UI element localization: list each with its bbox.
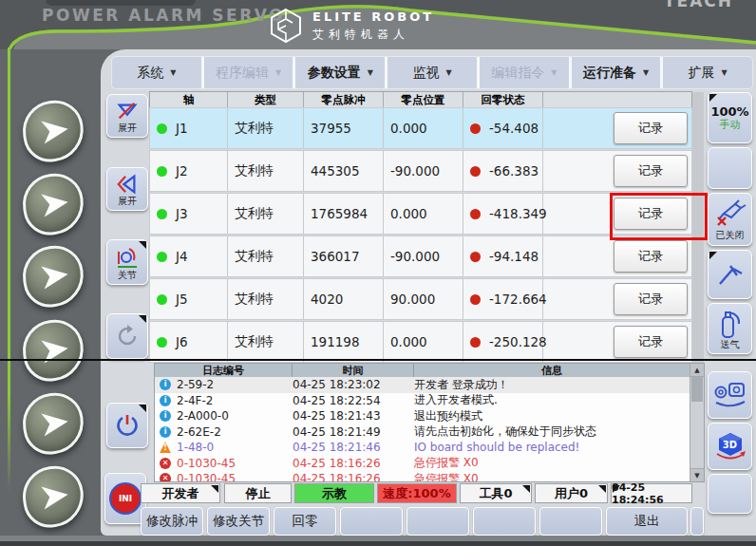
log-time: 04-25 18:23:02 (293, 378, 414, 391)
user-frame-label: 用户0 (555, 485, 588, 502)
teach-pendant: POWER ALARM SERVO TEACH ELITE ROBOT 艾利特机… (0, 0, 756, 546)
blank-function-button[interactable] (690, 507, 704, 536)
scroll-thumb[interactable] (691, 377, 703, 402)
brand-name-cn: 艾利特机器人 (312, 28, 434, 42)
menu-item-monitor[interactable]: 监视▼ (387, 57, 477, 88)
log-row[interactable]: i2-59-204-25 18:23:02开发者 登录成功！ (155, 377, 690, 393)
header-position: 零点位置 (384, 92, 463, 107)
type-cell: 艾利特 (228, 322, 304, 362)
menu-bar: 系统▼ 程序编辑▼ 参数设置▼ 监视▼ 编辑指令▼ 运行准备▼ 扩展▼ (112, 57, 752, 88)
blank-function-button[interactable] (340, 507, 403, 536)
joint-mode-button[interactable]: 关节 (106, 239, 148, 285)
log-row[interactable]: !1-48-004-25 18:21:46IO board should be … (155, 440, 690, 456)
menu-item-program-edit: 程序编辑▼ (204, 57, 293, 88)
blank-function-button[interactable] (406, 507, 469, 536)
status-cell: -54.408 (463, 108, 543, 148)
servo-ok-dot (157, 209, 167, 219)
info-icon: i (160, 395, 171, 406)
record-cell: 记录 (543, 108, 691, 148)
modify-pulse-button[interactable]: 修改脉冲 (141, 507, 203, 536)
header-status: 回零状态 (463, 92, 543, 107)
log-id: 2-4F-2 (177, 394, 293, 407)
user-frame-field[interactable]: 用户0 (535, 483, 608, 503)
power-button[interactable] (106, 403, 148, 448)
torch-button[interactable] (708, 250, 752, 299)
table-row[interactable]: J4 艾利特 366017 -90.000 -94.148 记录 (150, 236, 691, 276)
expand-down-icon (115, 100, 140, 122)
log-row[interactable]: ✕0-1030-4504-25 18:16:26急停报警 X0 (155, 471, 690, 481)
menu-item-extend[interactable]: 扩展▼ (663, 57, 752, 88)
table-row[interactable]: J5 艾利特 4020 90.000 -172.664 记录 (150, 279, 691, 319)
log-row[interactable]: i2-A000-004-25 18:21:43退出预约模式 (155, 408, 690, 424)
header-axis: 轴 (150, 92, 228, 107)
view3d-button[interactable]: 3D (708, 423, 752, 470)
tool-field[interactable]: 工具0 (460, 483, 532, 503)
log-row[interactable]: i2-62E-204-25 18:21:49请先点击初始化，确保处于同步状态 (155, 424, 690, 441)
corner-mark-icon (522, 485, 530, 493)
record-button[interactable]: 记录 (614, 326, 688, 358)
status-value: -250.128 (489, 334, 547, 349)
corner-mark-icon (709, 252, 717, 259)
gas-button[interactable]: 送气 (708, 303, 752, 354)
log-scrollbar[interactable]: ▲ ▼ (690, 364, 704, 481)
menu-item-run-prepare[interactable]: 运行准备▼ (572, 57, 661, 88)
blank-function-button[interactable] (539, 507, 602, 536)
alarm-dot (470, 252, 481, 262)
tracking-button[interactable] (708, 371, 752, 419)
alarm-dot (470, 166, 481, 177)
info-icon: i (160, 379, 171, 390)
table-row[interactable]: J6 艾利特 191198 0.000 -250.128 记录 (150, 322, 691, 362)
modify-joint-button[interactable]: 修改关节 (207, 507, 270, 536)
record-cell: 记录 (543, 236, 691, 276)
chevron-down-icon: ▼ (368, 68, 373, 77)
log-row[interactable]: i2-4F-204-25 18:22:54进入开发者模式. (155, 393, 690, 409)
alarm-dot (470, 209, 481, 219)
power-icon (114, 412, 141, 439)
speed-mode-button[interactable]: 100% 手动 (708, 92, 752, 143)
log-id: 2-62E-2 (177, 425, 293, 439)
record-button[interactable]: 记录 (614, 283, 688, 315)
log-header-time: 时间 (293, 364, 414, 377)
record-button[interactable]: 记录 (614, 112, 688, 144)
expand-down-button[interactable]: 展开 (106, 94, 148, 138)
arrow-icon (26, 396, 82, 452)
axis-cell: J6 (150, 322, 228, 362)
home-button[interactable]: 回零 (274, 507, 336, 536)
record-button[interactable]: 记录 (614, 155, 688, 187)
record-cell: 记录 (543, 279, 691, 319)
info-icon: i (160, 426, 171, 438)
type-cell: 艾利特 (228, 236, 304, 276)
error-icon: ✕ (160, 473, 171, 481)
seam-tracking-icon (713, 380, 747, 410)
table-row[interactable]: J2 艾利特 445305 -90.000 -66.383 记录 (150, 151, 691, 191)
speed-field[interactable]: 速度:100% (377, 483, 457, 503)
scroll-up-button[interactable]: ▲ (690, 364, 704, 377)
log-time: 04-25 18:21:49 (293, 425, 414, 439)
axis-cell: J1 (150, 108, 228, 148)
blank-function-button[interactable] (473, 507, 536, 536)
record-button[interactable]: 记录 (614, 240, 688, 273)
table-row[interactable]: J1 艾利特 37955 0.000 -54.408 记录 (150, 108, 691, 148)
operator-field[interactable]: 开发者 (141, 483, 220, 503)
pulse-cell: 37955 (304, 108, 384, 148)
blank-sidebar-button[interactable] (708, 147, 752, 189)
exit-button[interactable]: 退出 (606, 507, 688, 536)
sync-rotate-button[interactable] (106, 313, 148, 359)
alarm-dot (470, 123, 481, 134)
operator-label: 开发者 (162, 485, 199, 502)
servo-ok-dot (157, 123, 167, 134)
menu-item-system[interactable]: 系统▼ (112, 57, 201, 88)
axis-label: J3 (176, 206, 188, 221)
log-message: 进入开发者模式. (414, 392, 690, 408)
log-row[interactable]: ✕0-1030-4504-25 18:16:26急停报警 X0 (155, 456, 690, 472)
record-cell: 记录 (543, 151, 691, 191)
expand-left-button[interactable]: 展开 (106, 167, 148, 211)
log-header: 日志编号 时间 信息 (155, 364, 690, 377)
menu-label: 监视 (412, 65, 439, 82)
menu-item-parameter-settings[interactable]: 参数设置▼ (295, 57, 385, 88)
blank-sidebar-button[interactable] (708, 474, 752, 514)
record-cell: 记录 (543, 322, 691, 362)
log-id: 2-A000-0 (177, 409, 293, 423)
scroll-down-button[interactable]: ▼ (690, 468, 704, 481)
torch-off-button[interactable]: 已关闭 (708, 193, 752, 246)
